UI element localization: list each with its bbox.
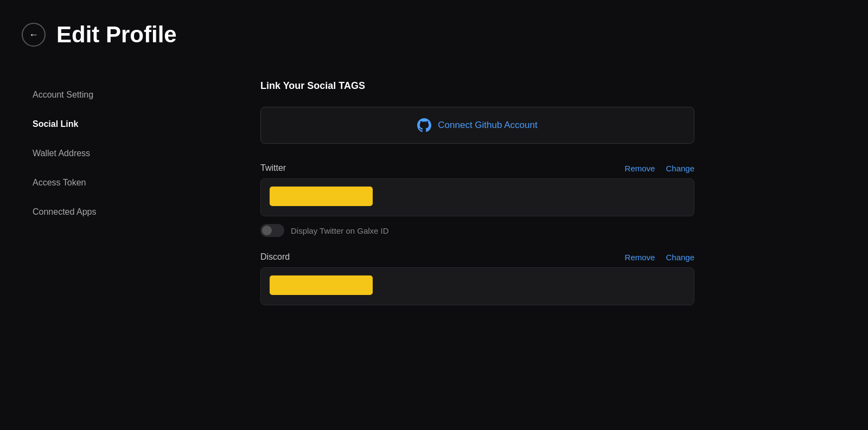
sidebar-item-wallet-address[interactable]: Wallet Address bbox=[22, 139, 228, 168]
sidebar: Account Setting Social Link Wallet Addre… bbox=[22, 75, 228, 318]
page-header: ← Edit Profile bbox=[0, 0, 868, 64]
toggle-knob bbox=[262, 226, 272, 235]
twitter-display-toggle[interactable] bbox=[260, 224, 284, 237]
twitter-remove-button[interactable]: Remove bbox=[625, 164, 655, 173]
twitter-label-row: Twitter Remove Change bbox=[260, 163, 694, 173]
back-button[interactable]: ← bbox=[22, 23, 46, 47]
twitter-actions: Remove Change bbox=[625, 164, 694, 173]
twitter-label: Twitter bbox=[260, 163, 286, 173]
discord-change-button[interactable]: Change bbox=[666, 253, 694, 262]
twitter-section: Twitter Remove Change Display Twitter on… bbox=[260, 163, 846, 237]
twitter-change-button[interactable]: Change bbox=[666, 164, 694, 173]
discord-section: Discord Remove Change bbox=[260, 252, 846, 305]
sidebar-item-access-token[interactable]: Access Token bbox=[22, 168, 228, 197]
discord-username-redacted bbox=[270, 275, 373, 295]
connect-github-label: Connect Github Account bbox=[438, 120, 537, 131]
twitter-display-toggle-label: Display Twitter on Galxe ID bbox=[291, 226, 389, 235]
sidebar-item-connected-apps[interactable]: Connected Apps bbox=[22, 197, 228, 227]
twitter-username-redacted bbox=[270, 187, 373, 206]
twitter-toggle-row: Display Twitter on Galxe ID bbox=[260, 224, 846, 237]
github-icon bbox=[417, 118, 431, 132]
discord-label-row: Discord Remove Change bbox=[260, 252, 694, 262]
sidebar-item-account-setting[interactable]: Account Setting bbox=[22, 80, 228, 110]
main-content: Link Your Social TAGS Connect Github Acc… bbox=[228, 75, 846, 318]
content-area: Account Setting Social Link Wallet Addre… bbox=[0, 64, 868, 329]
discord-input-box bbox=[260, 267, 694, 305]
section-title: Link Your Social TAGS bbox=[260, 80, 846, 92]
discord-actions: Remove Change bbox=[625, 253, 694, 262]
sidebar-item-social-link[interactable]: Social Link bbox=[22, 110, 228, 139]
connect-github-button[interactable]: Connect Github Account bbox=[260, 107, 694, 144]
discord-remove-button[interactable]: Remove bbox=[625, 253, 655, 262]
discord-label: Discord bbox=[260, 252, 290, 262]
page-title: Edit Profile bbox=[56, 22, 177, 48]
twitter-input-box bbox=[260, 178, 694, 216]
